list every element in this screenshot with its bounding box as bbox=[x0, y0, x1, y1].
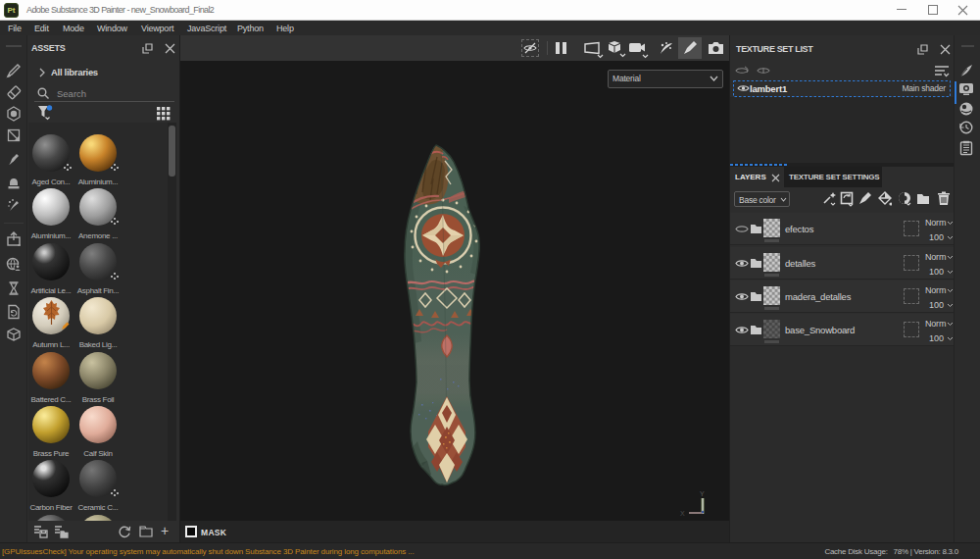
svg-text:Y: Y bbox=[700, 490, 705, 497]
svg-text:X: X bbox=[680, 510, 685, 517]
